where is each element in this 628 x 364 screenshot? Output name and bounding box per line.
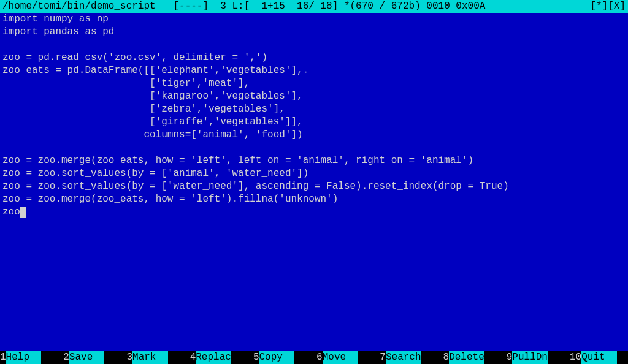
code-line[interactable]: zoo (2, 206, 626, 219)
fn-key-label: Replac (196, 351, 231, 364)
fn-key-copy[interactable]: 5Copy (253, 351, 294, 364)
fn-key-label: Quit (581, 351, 617, 364)
code-line[interactable]: columns=['animal', 'food']) (2, 129, 626, 142)
code-line[interactable]: zoo = zoo.merge(zoo_eats, how = 'left').… (2, 193, 626, 206)
fn-key-label: Save (69, 351, 105, 364)
code-line[interactable]: zoo_eats = pd.DataFrame([['elephant','ve… (2, 64, 626, 77)
fn-key-quit[interactable]: 10Quit (570, 351, 617, 364)
fn-key-number: 2 (63, 351, 69, 364)
line-info: 3 L:[ 1+15 16/ 18] (220, 1, 338, 12)
char-hex: 0x00A (456, 1, 485, 12)
trailing-marker-icon: . (303, 64, 309, 77)
code-line[interactable]: zoo = zoo.sort_values(by = ['animal', 'w… (2, 167, 626, 180)
fn-key-number: 10 (570, 351, 581, 364)
code-line[interactable] (2, 142, 626, 154)
code-line[interactable]: import pandas as pd (2, 26, 626, 39)
close-indicator[interactable]: [X] (608, 1, 626, 12)
fn-key-move[interactable]: 6Move (316, 351, 358, 364)
flags: [----] (173, 1, 209, 12)
fn-key-label: Move (323, 351, 358, 364)
status-bar-right: [*][X] (590, 0, 626, 13)
function-key-bar: 1Help 2Save 3Mark 4Replac5Copy 6Move 7Se… (0, 351, 628, 364)
fn-key-label: Mark (132, 351, 168, 364)
cursor-pos: 0010 (426, 1, 450, 12)
status-bar-left: /home/tomi/bin/demo_script [----] 3 L:[ … (2, 0, 590, 13)
fn-key-pulldn[interactable]: 9PullDn (507, 351, 548, 364)
code-line[interactable]: zoo = pd.read_csv('zoo.csv', delimiter =… (2, 51, 626, 64)
code-line[interactable]: zoo = zoo.merge(zoo_eats, how = 'left', … (2, 154, 626, 167)
text-cursor-icon (20, 207, 26, 218)
fn-key-label: Copy (259, 351, 294, 364)
code-line[interactable]: ['zebra','vegetables'], (2, 103, 626, 116)
fn-key-number: 4 (190, 351, 196, 364)
fn-key-label: PullDn (512, 351, 548, 364)
fn-key-number: 5 (253, 351, 259, 364)
fn-key-delete[interactable]: 8Delete (443, 351, 484, 364)
code-line[interactable] (2, 39, 626, 51)
fn-key-mark[interactable]: 3Mark (126, 351, 167, 364)
fn-key-label: Search (386, 351, 421, 364)
fn-key-replac[interactable]: 4Replac (190, 351, 231, 364)
fn-key-search[interactable]: 7Search (380, 351, 421, 364)
code-line[interactable]: ['tiger','meat'], (2, 77, 626, 90)
fn-key-number: 8 (443, 351, 450, 364)
fn-key-number: 3 (126, 351, 132, 364)
status-bar: /home/tomi/bin/demo_script [----] 3 L:[ … (0, 0, 628, 13)
code-line[interactable]: ['giraffe','vegetables']], (2, 116, 626, 129)
fn-key-save[interactable]: 2Save (63, 351, 104, 364)
fn-key-number: 6 (316, 351, 323, 364)
code-line[interactable]: import numpy as np (2, 13, 626, 26)
file-path: /home/tomi/bin/demo_script (2, 1, 156, 12)
code-line[interactable]: ['kangaroo','vegetables'], (2, 90, 626, 103)
code-line[interactable]: zoo = zoo.sort_values(by = ['water_need'… (2, 180, 626, 193)
fn-key-number: 9 (507, 351, 513, 364)
byte-info: *(670 / 672b) (344, 1, 421, 12)
fn-key-help[interactable]: 1Help (0, 351, 41, 364)
code-text: zoo (2, 206, 20, 219)
editor-area[interactable]: import numpy as npimport pandas as pdzoo… (0, 13, 628, 351)
fn-key-number: 7 (380, 351, 386, 364)
fn-key-number: 1 (0, 351, 6, 364)
fn-key-label: Delete (449, 351, 484, 364)
fn-key-label: Help (6, 351, 42, 364)
modified-indicator[interactable]: [*] (590, 1, 608, 12)
code-text: zoo_eats = pd.DataFrame([['elephant','ve… (2, 64, 303, 77)
